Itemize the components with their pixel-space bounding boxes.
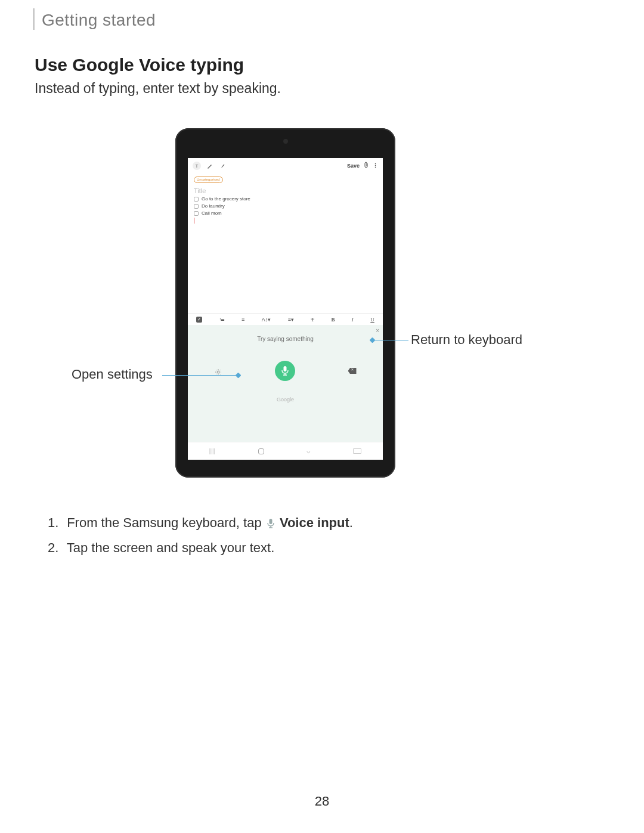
svg-rect-2 [269, 519, 272, 524]
checklist-text: Do laundry [202, 203, 225, 209]
instruction-list: 1. From the Samsung keyboard, tap Voice … [48, 515, 353, 565]
callout-open-settings: Open settings [72, 367, 153, 382]
voice-settings-icon[interactable] [215, 367, 222, 374]
step-number: 2. [48, 540, 63, 556]
svg-rect-1 [283, 366, 286, 371]
breadcrumb-rule [33, 8, 35, 30]
checklist-toggle-icon[interactable]: ✓ [196, 317, 202, 323]
system-nav-bar: ||| ⌵ [188, 442, 383, 460]
tablet-frame: T Save ⋮ Uncategorised Title Go to the g… [175, 128, 395, 478]
voice-input-panel: × Try saying something Google [188, 325, 383, 442]
breadcrumb: Getting started [42, 11, 156, 30]
attach-icon[interactable] [363, 162, 369, 170]
back-icon[interactable]: ⌵ [306, 447, 311, 455]
svg-point-0 [217, 371, 219, 373]
checklist-text: Call mom [202, 210, 222, 216]
checkbox-icon[interactable] [194, 211, 199, 216]
more-icon[interactable]: ⋮ [373, 163, 378, 169]
keyboard-switch-icon[interactable] [353, 448, 361, 454]
checkbox-icon[interactable] [194, 204, 199, 209]
instruction-step: 2. Tap the screen and speak your text. [48, 540, 353, 556]
step-text: . [349, 515, 353, 530]
callout-return-keyboard: Return to keyboard [411, 332, 522, 348]
brush-icon[interactable] [219, 162, 227, 170]
italic-icon[interactable]: I [352, 317, 354, 323]
page-heading: Use Google Voice typing [35, 55, 244, 75]
checklist-item[interactable]: Call mom [194, 210, 383, 216]
intro-text: Instead of typing, enter text by speakin… [35, 80, 281, 97]
underline-icon[interactable]: U [370, 317, 374, 323]
step-text: Tap the screen and speak your text. [67, 540, 275, 555]
text-mode-icon[interactable]: T [193, 162, 201, 170]
close-voice-icon[interactable]: × [376, 327, 379, 334]
instruction-step: 1. From the Samsung keyboard, tap Voice … [48, 515, 353, 531]
numbered-list-icon[interactable]: ≔ [219, 317, 225, 323]
strikethrough-icon[interactable]: T [311, 317, 314, 323]
checklist-item[interactable]: Go to the grocery store [194, 196, 383, 202]
page-number: 28 [0, 794, 644, 809]
google-brand-label: Google [188, 397, 383, 402]
tablet-screen: T Save ⋮ Uncategorised Title Go to the g… [188, 158, 383, 460]
camera-dot [283, 139, 288, 144]
step-text-bold: Voice input [280, 515, 349, 530]
checklist-text: Go to the grocery store [202, 196, 250, 202]
pen-icon[interactable] [206, 162, 214, 170]
backspace-icon[interactable] [348, 368, 357, 374]
mic-icon [267, 518, 275, 529]
note-title-input[interactable]: Title [194, 187, 383, 194]
bulleted-list-icon[interactable]: ≡ [242, 317, 244, 323]
notes-app: T Save ⋮ Uncategorised Title Go to the g… [188, 158, 383, 313]
recents-icon[interactable]: ||| [209, 448, 216, 454]
step-number: 1. [48, 515, 63, 531]
app-toolbar: T Save ⋮ [188, 158, 383, 172]
text-style-icon[interactable]: A↕▾ [262, 317, 271, 323]
home-icon[interactable] [258, 448, 264, 454]
microphone-button[interactable] [275, 361, 295, 381]
category-chip[interactable]: Uncategorised [194, 176, 223, 183]
save-button[interactable]: Save [347, 163, 360, 169]
voice-prompt: Try saying something [188, 336, 383, 342]
align-icon[interactable]: ≡▾ [288, 317, 294, 323]
format-toolbar: ✓ ≔ ≡ A↕▾ ≡▾ T B I U [188, 313, 383, 325]
bold-icon[interactable]: B [331, 317, 335, 323]
text-caret [194, 218, 194, 224]
callout-line [162, 375, 239, 376]
callout-line [373, 340, 408, 340]
checklist-item[interactable]: Do laundry [194, 203, 383, 209]
step-text: From the Samsung keyboard, tap [67, 515, 262, 530]
checkbox-icon[interactable] [194, 197, 199, 202]
